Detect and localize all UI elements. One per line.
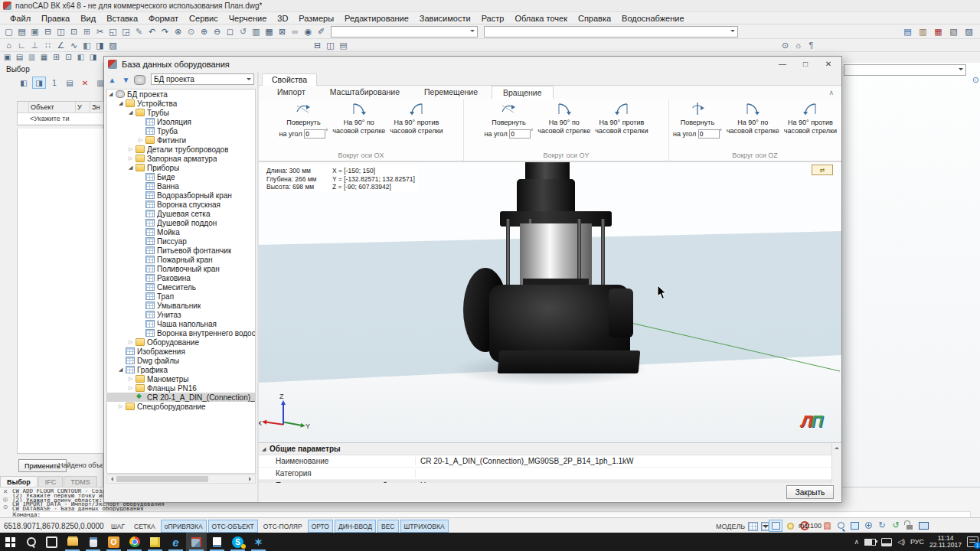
scroll-left-icon[interactable]: [107, 476, 115, 482]
explorer-icon[interactable]: [62, 533, 83, 551]
spline-edit-icon[interactable]: ∿: [67, 40, 80, 51]
tree-item[interactable]: Трап: [107, 292, 255, 301]
rotate-ccw-oy-button[interactable]: На 90° против часовой стрелки: [593, 101, 649, 139]
plot-style-icon[interactable]: ⊟: [311, 40, 324, 51]
water-supply-combo[interactable]: [844, 64, 966, 76]
tree-expander-icon[interactable]: [139, 137, 145, 143]
insert-icon[interactable]: ⊞: [51, 52, 62, 62]
view-dropdown-icon[interactable]: [763, 525, 769, 531]
lighting-button[interactable]: [783, 520, 797, 532]
group-icon[interactable]: ▥: [26, 52, 38, 62]
angle-input-ox[interactable]: [304, 129, 325, 139]
tree-item[interactable]: Ванна: [107, 181, 255, 191]
page-setup-icon[interactable]: ◫: [324, 40, 337, 51]
tree-item[interactable]: Изображения: [107, 347, 255, 356]
notifications-icon[interactable]: 1: [967, 536, 978, 547]
tree-expander-icon[interactable]: [129, 155, 136, 161]
orbit-tool-icon[interactable]: ⊙: [779, 40, 792, 51]
tree-item[interactable]: Графика: [107, 365, 255, 374]
batch-select-icon[interactable]: ◧: [17, 77, 31, 89]
property-row[interactable]: Наименование CR 20-1_A_DIN_(Connection)_…: [259, 455, 841, 468]
image-icon[interactable]: ◧: [75, 52, 87, 62]
tree-item[interactable]: Биде: [107, 172, 255, 181]
toggle-step[interactable]: ШАГ: [107, 520, 129, 533]
menu-item[interactable]: Справка: [573, 13, 616, 24]
sun-icon[interactable]: ☼: [792, 40, 805, 51]
tree-expander-icon[interactable]: [129, 385, 136, 391]
open-selection-icon[interactable]: ▤: [63, 77, 77, 89]
tree-item[interactable]: Мойка: [107, 227, 255, 236]
quick-select-icon[interactable]: ◨: [32, 77, 46, 89]
open-file-icon[interactable]: ▤: [15, 26, 28, 37]
close-button[interactable]: Закрыть: [786, 485, 834, 499]
menu-item[interactable]: Формат: [143, 13, 184, 24]
scroll-right-icon[interactable]: [247, 476, 255, 482]
menu-item[interactable]: Черчение: [224, 13, 273, 24]
undo-icon[interactable]: ↶: [145, 26, 158, 37]
rotate-cw-ox-button[interactable]: На 90° по часовой стрелке: [331, 101, 387, 139]
water-supply-tool-icon[interactable]: ⊙: [972, 75, 979, 85]
tree-item[interactable]: Устройства: [107, 99, 255, 108]
doc-app-icon[interactable]: [207, 533, 227, 551]
rotate-ccw-oz-button[interactable]: На 90° против часовой стрелки: [782, 101, 838, 139]
menu-item[interactable]: Вставка: [101, 13, 143, 24]
tree-expander-icon[interactable]: [129, 165, 136, 171]
fullscreen-icon[interactable]: [918, 520, 929, 530]
xref-icon[interactable]: ▤: [14, 52, 25, 62]
tree-item[interactable]: Пожарный кран: [107, 255, 255, 264]
panel-tab[interactable]: Выбор: [0, 476, 38, 487]
tree-expander-icon[interactable]: [129, 146, 136, 152]
tree-horizontal-scrollbar[interactable]: [106, 474, 256, 484]
tree-expander-icon[interactable]: [119, 367, 126, 373]
close-command-icon[interactable]: ✕: [3, 489, 8, 495]
layout-icon[interactable]: ▦: [38, 52, 50, 62]
polar-icon[interactable]: ∠: [54, 40, 67, 51]
tray-chevron-icon[interactable]: ∧: [854, 538, 860, 546]
count-icon[interactable]: 1: [47, 77, 61, 89]
tree-item[interactable]: Труба: [107, 126, 255, 135]
db-file-icon[interactable]: ▨: [962, 26, 975, 37]
attach-icon[interactable]: ⊗: [172, 26, 185, 37]
calculator-icon[interactable]: [83, 533, 103, 551]
image-file-icon[interactable]: ▦: [932, 26, 945, 37]
tree-item[interactable]: Водоразборный кран: [107, 191, 255, 200]
menu-item[interactable]: Зависимости: [414, 13, 476, 24]
redo-icon[interactable]: ↷: [158, 26, 172, 37]
minimize-button[interactable]: —: [771, 57, 794, 71]
tree-item[interactable]: Детали трубопроводов: [107, 145, 255, 154]
style-combo[interactable]: [331, 26, 478, 37]
cut-icon[interactable]: ✂: [93, 26, 106, 37]
zoom-out-icon[interactable]: ⊖: [211, 26, 224, 37]
publish-icon[interactable]: ⊞: [80, 26, 93, 37]
tree-expander-icon[interactable]: [109, 91, 116, 97]
tree-item[interactable]: Душевая сетка: [107, 209, 255, 218]
toggle-lineweight[interactable]: ВЕС: [377, 520, 398, 533]
tree-item[interactable]: Писсуар: [107, 236, 255, 246]
battery-icon[interactable]: [864, 539, 876, 546]
print-preview-icon[interactable]: ◫: [54, 26, 67, 37]
new-file-icon[interactable]: ▢: [2, 26, 15, 37]
grid-settings-icon[interactable]: ∷: [41, 40, 54, 51]
rotate-cw-oz-button[interactable]: На 90° по часовой стрелке: [725, 101, 781, 139]
zoom-window-icon[interactable]: ◻: [224, 26, 237, 37]
menu-item[interactable]: Растр: [476, 13, 510, 24]
tree-item[interactable]: Воронка внутреннего водостока: [107, 328, 255, 337]
settings-app-icon[interactable]: ✶: [248, 533, 269, 551]
rotate-angle-ox-button[interactable]: Повернуть на угол °: [278, 101, 330, 139]
tree-item[interactable]: Чаша напольная: [107, 319, 255, 328]
toggle-grid[interactable]: СЕТКА: [130, 520, 159, 533]
rotate-ccw-ox-button[interactable]: На 90° против часовой стрелки: [388, 101, 444, 139]
tree-expander-icon[interactable]: [129, 109, 136, 116]
tree-item[interactable]: Воронка спускная: [107, 200, 255, 209]
selection-table-body[interactable]: [17, 129, 104, 454]
menu-item[interactable]: Облака точек: [509, 13, 573, 24]
task-view-button[interactable]: [41, 533, 62, 551]
paste-mode-icon[interactable]: ◨: [93, 40, 106, 51]
menu-item[interactable]: 3D: [272, 13, 293, 24]
language-indicator[interactable]: РУС: [910, 538, 924, 546]
menu-item[interactable]: Размеры: [293, 13, 339, 24]
regen-icon[interactable]: ↺: [890, 520, 901, 530]
internet-explorer-icon[interactable]: e: [165, 533, 186, 551]
zoom-search-icon[interactable]: [835, 520, 846, 530]
toggle-osnap[interactable]: оПРИВЯЗКА: [161, 520, 207, 533]
